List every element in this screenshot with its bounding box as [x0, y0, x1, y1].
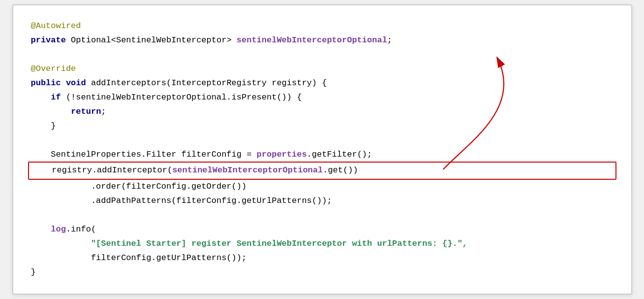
- keyword-private: private: [31, 35, 66, 45]
- line-addpath: .addPathPatterns(filterConfig.getUrlPatt…: [31, 194, 613, 208]
- line-order: .order(filterConfig.getOrder()): [31, 180, 613, 194]
- var-log: log: [51, 225, 66, 234]
- keyword-return: return: [71, 107, 101, 116]
- line-string: "[Sentinel Starter] register SentinelWeb…: [31, 237, 613, 251]
- code-container: @Autowired private Optional<SentinelWebI…: [12, 4, 632, 294]
- line-close-brace: }: [31, 266, 613, 280]
- line-registry-highlighted: registry.addInterceptor(sentinelWebInter…: [28, 162, 616, 180]
- keyword-if: if: [51, 93, 61, 102]
- line-sentinel-props: SentinelProperties.Filter filterConfig =…: [31, 148, 613, 162]
- keyword-void: void: [66, 78, 86, 88]
- line-close-if: }: [31, 119, 613, 133]
- empty-line-2: [31, 133, 613, 148]
- line-public: public void addInterceptors(InterceptorR…: [31, 76, 613, 91]
- code-block: @Autowired private Optional<SentinelWebI…: [31, 19, 613, 279]
- string-literal: "[Sentinel Starter] register SentinelWeb…: [91, 239, 467, 248]
- empty-line-1: [31, 48, 613, 62]
- annotation-autowired: @Autowired: [31, 21, 81, 31]
- annotation-override: @Override: [31, 64, 76, 73]
- line-log: log.info(: [31, 223, 613, 237]
- var-sentinel-optional: sentinelWebInterceptorOptional: [172, 166, 323, 175]
- line-autowired: @Autowired: [31, 19, 613, 33]
- var-properties: properties: [257, 150, 307, 159]
- line-override: @Override: [31, 62, 613, 76]
- var-sentinel: sentinelWebInterceptorOptional: [237, 35, 387, 45]
- line-filter: filterConfig.getUrlPatterns());: [31, 251, 613, 266]
- keyword-public: public: [31, 78, 61, 88]
- line-private: private Optional<SentinelWebInterceptor>…: [31, 33, 613, 48]
- line-return: return;: [31, 105, 613, 119]
- line-if: if (!sentinelWebInterceptorOptional.isPr…: [31, 91, 613, 105]
- empty-line-3: [31, 208, 613, 223]
